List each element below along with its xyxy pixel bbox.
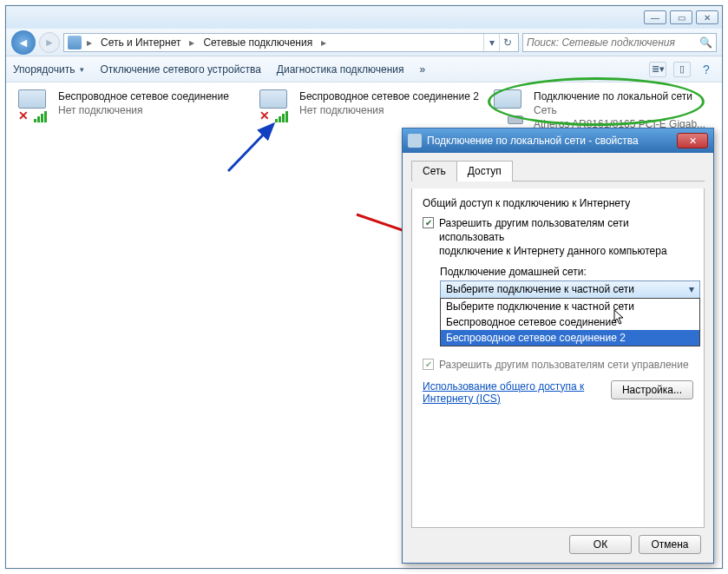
chevron-right-icon: ▸ xyxy=(187,36,196,49)
connection-status: Нет подключения xyxy=(58,103,229,117)
dropdown-option[interactable]: Беспроводное сетевое соединение 2 xyxy=(441,330,699,346)
tab-access[interactable]: Доступ xyxy=(456,161,513,181)
tab-strip: Сеть Доступ xyxy=(411,160,705,181)
view-button[interactable]: ≣▾ xyxy=(649,62,666,77)
connection-item[interactable]: ✕ Беспроводное сетевое соединение Нет по… xyxy=(16,89,242,122)
chevron-right-icon: ▸ xyxy=(319,36,328,49)
organize-menu[interactable]: Упорядочить xyxy=(13,63,84,76)
preview-pane-button[interactable]: ▯ xyxy=(673,62,691,77)
dialog-titlebar[interactable]: Подключение по локальной сети - свойства… xyxy=(403,129,713,153)
lan-icon xyxy=(492,89,528,122)
diagnose-button[interactable]: Диагностика подключения xyxy=(277,63,404,76)
tab-network[interactable]: Сеть xyxy=(411,161,457,181)
forward-button[interactable]: ► xyxy=(39,32,60,53)
breadcrumb-item[interactable]: Сетевые подключения xyxy=(200,34,316,51)
network-icon xyxy=(68,36,82,49)
titlebar: — ▭ ✕ xyxy=(6,6,722,29)
network-icon xyxy=(408,134,422,148)
connection-name: Подключение по локальной сети xyxy=(534,89,705,103)
properties-dialog: Подключение по локальной сети - свойства… xyxy=(402,128,714,564)
allow-control-checkbox[interactable]: ✔ xyxy=(423,359,434,370)
help-button[interactable]: ? xyxy=(698,62,715,77)
refresh-button[interactable]: ↻ xyxy=(499,34,515,51)
search-input[interactable] xyxy=(527,36,696,49)
address-dropdown-button[interactable]: ▾ xyxy=(483,34,499,51)
wifi-icon: ✕ xyxy=(16,89,53,122)
chevron-right-icon: ▸ xyxy=(85,36,94,49)
ok-button[interactable]: ОК xyxy=(569,535,632,554)
toolbar: Упорядочить Отключение сетевого устройст… xyxy=(6,56,722,82)
overflow-button[interactable]: » xyxy=(420,63,426,76)
checkbox-label: Разрешить другим пользователям сети упра… xyxy=(439,358,689,372)
connection-name: Беспроводное сетевое соединение xyxy=(58,89,229,103)
minimize-button[interactable]: — xyxy=(644,10,666,24)
search-box[interactable]: 🔍 xyxy=(522,33,717,52)
homenet-dropdown: Выберите подключение к частной сети Бесп… xyxy=(440,298,700,346)
connection-item[interactable]: Подключение по локальной сети Сеть Ather… xyxy=(492,89,709,132)
checkbox-label: подключение к Интернету данного компьюте… xyxy=(439,244,693,258)
dialog-title: Подключение по локальной сети - свойства xyxy=(427,135,639,147)
checkbox-label: Разрешить другим пользователям сети испо… xyxy=(439,216,693,244)
dialog-footer: ОК Отмена xyxy=(411,528,705,554)
dropdown-option[interactable]: Выберите подключение к частной сети xyxy=(441,299,699,314)
maximize-button[interactable]: ▭ xyxy=(670,10,692,24)
homenet-select[interactable]: Выберите подключение к частной сети Выбе… xyxy=(440,280,700,299)
connection-status: Сеть xyxy=(534,103,705,117)
connection-name: Беспроводное сетевое соединение 2 xyxy=(299,89,479,103)
back-button[interactable]: ◄ xyxy=(11,30,36,55)
ics-help-link[interactable]: Использование общего доступа к xyxy=(423,380,584,393)
group-label: Общий доступ к подключению к Интернету xyxy=(423,197,693,209)
close-button[interactable]: ✕ xyxy=(696,10,718,24)
nav-bar: ◄ ► ▸ Сеть и Интернет ▸ Сетевые подключе… xyxy=(6,29,722,56)
disable-device-button[interactable]: Отключение сетевого устройства xyxy=(100,63,260,76)
search-icon: 🔍 xyxy=(699,36,712,49)
connection-item[interactable]: ✕ Беспроводное сетевое соединение 2 Нет … xyxy=(258,89,483,122)
disconnected-icon: ✕ xyxy=(259,109,270,122)
connection-status: Нет подключения xyxy=(299,103,479,117)
dropdown-option[interactable]: Беспроводное сетевое соединение xyxy=(441,314,699,330)
disconnected-icon: ✕ xyxy=(18,109,29,122)
wifi-icon: ✕ xyxy=(258,89,294,122)
address-bar[interactable]: ▸ Сеть и Интернет ▸ Сетевые подключения … xyxy=(63,33,519,52)
allow-sharing-checkbox[interactable]: ✔ xyxy=(423,217,434,228)
homenet-label: Подключение домашней сети: xyxy=(440,266,693,278)
cancel-button[interactable]: Отмена xyxy=(639,535,701,554)
breadcrumb-item[interactable]: Сеть и Интернет xyxy=(97,34,184,51)
svg-line-0 xyxy=(228,124,273,171)
tab-panel-access: Общий доступ к подключению к Интернету ✔… xyxy=(411,188,705,528)
select-value: Выберите подключение к частной сети xyxy=(446,283,634,295)
settings-button[interactable]: Настройка... xyxy=(611,380,693,399)
dialog-close-button[interactable]: ✕ xyxy=(677,133,708,148)
annotation-arrow-blue xyxy=(221,117,291,178)
ics-help-link[interactable]: Интернету (ICS) xyxy=(423,393,584,405)
